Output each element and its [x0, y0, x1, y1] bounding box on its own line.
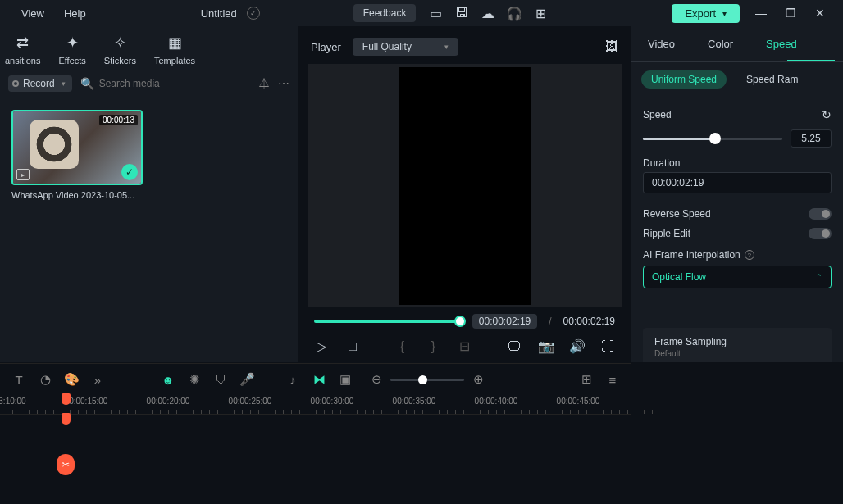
tab-label: Stickers: [104, 56, 136, 66]
display-icon[interactable]: 🖵: [507, 339, 522, 354]
feedback-button[interactable]: Feedback: [353, 4, 417, 22]
chevron-up-icon: ⌃: [816, 273, 822, 281]
chevron-down-icon: ▾: [444, 43, 449, 51]
settings-icon[interactable]: ≡: [605, 373, 620, 387]
tab-effects[interactable]: ✦ Effects: [58, 33, 85, 66]
shield-icon[interactable]: ⛉: [213, 373, 228, 387]
speed-value[interactable]: 5.25: [791, 129, 832, 148]
preview-frame: [399, 67, 531, 305]
preview-label: Player: [311, 41, 341, 53]
menu-help[interactable]: Help: [64, 7, 86, 20]
mark-out-icon[interactable]: }: [426, 339, 441, 354]
timeline-ruler[interactable]: 3:10:0000:00:15:0000:00:20:0000:00:25:00…: [0, 395, 631, 415]
stop-icon[interactable]: □: [345, 339, 360, 354]
scrub-slider[interactable]: [314, 320, 461, 323]
preview-panel: Player Full Quality ▾ 🖼 00:00:02:19 / 00…: [301, 26, 628, 362]
maximize-button[interactable]: ❐: [782, 5, 799, 21]
close-button[interactable]: ✕: [812, 5, 828, 21]
interp-label: AI Frame Interpolation: [643, 249, 740, 261]
media-duration: 00:00:13: [99, 115, 138, 125]
search-icon: 🔍: [80, 77, 94, 90]
help-icon[interactable]: ?: [745, 250, 754, 260]
tab-label: Effects: [58, 56, 85, 66]
menu-view[interactable]: View: [21, 7, 44, 20]
media-added-icon: ✓: [121, 164, 138, 180]
reverse-speed-toggle[interactable]: [809, 208, 832, 220]
snapshot-icon[interactable]: 🖼: [605, 39, 618, 54]
transitions-icon: ⇄: [13, 33, 33, 52]
export-button[interactable]: Export ▾: [672, 4, 740, 23]
duration-input[interactable]: 00:00:02:19: [643, 172, 832, 193]
text-tool-icon[interactable]: T: [11, 373, 26, 387]
headphones-icon[interactable]: 🎧: [508, 7, 521, 20]
sparkle-icon[interactable]: ✺: [187, 372, 202, 387]
speed-slider[interactable]: [643, 138, 782, 140]
preview-canvas[interactable]: [308, 64, 622, 307]
record-button[interactable]: Record ▾: [8, 75, 72, 92]
save-icon[interactable]: 🖫: [455, 7, 468, 20]
more-icon[interactable]: ⋯: [278, 77, 289, 90]
search-input[interactable]: [99, 78, 250, 89]
media-thumbnail[interactable]: 00:00:13 ▸ ✓: [11, 110, 143, 185]
more-tools-icon[interactable]: »: [90, 373, 105, 387]
sync-status-icon: ✓: [247, 7, 260, 20]
record-icon: [12, 80, 19, 87]
magnet-icon[interactable]: ⧓: [312, 372, 326, 387]
mic-icon[interactable]: 🎤: [239, 372, 254, 387]
zoom-in-icon[interactable]: ⊕: [471, 372, 485, 387]
zoom-out-icon[interactable]: ⊖: [369, 372, 384, 387]
volume-icon[interactable]: 🔊: [569, 338, 584, 354]
top-bar: View Help Untitled ✓ Feedback ▭ 🖫 ☁ 🎧 ⊞ …: [0, 0, 843, 26]
media-library-panel: ⇄ ansitions ✦ Effects ✧ Stickers ▦ Templ…: [0, 26, 298, 362]
interp-dropdown-list: Frame Sampling Default Frame Blending Fa…: [643, 328, 832, 362]
interp-dropdown[interactable]: Optical Flow ⌃: [643, 266, 832, 288]
tab-video[interactable]: Video: [631, 26, 691, 61]
tab-transitions[interactable]: ⇄ ansitions: [5, 33, 40, 66]
timeline-panel: T ◔ 🎨 » ☻ ✺ ⛉ 🎤 ♪ ⧓ ▣ ⊖ ⊕ ⊞ ≡ 3:10:0000:…: [0, 363, 631, 504]
grid-view-icon[interactable]: ⊞: [579, 372, 594, 387]
scrub-handle[interactable]: [454, 316, 466, 327]
tab-templates[interactable]: ▦ Templates: [154, 33, 195, 66]
media-type-icon: ▸: [16, 169, 30, 180]
document-title: Untitled: [201, 7, 237, 20]
qr-icon[interactable]: ⊞: [534, 7, 547, 20]
menu-bar: View Help: [7, 7, 86, 20]
reset-icon[interactable]: ↻: [822, 108, 832, 121]
music-icon[interactable]: ♪: [285, 373, 300, 387]
tab-stickers[interactable]: ✧ Stickers: [104, 33, 136, 66]
export-label: Export: [685, 7, 716, 20]
ai-icon[interactable]: ☻: [161, 373, 175, 387]
time-separator: /: [549, 316, 551, 327]
palette-icon[interactable]: 🎨: [64, 372, 79, 387]
timer-icon[interactable]: ◔: [38, 372, 52, 387]
subtab-speed-ramp[interactable]: Speed Ram: [736, 70, 808, 89]
time-total: 00:00:02:19: [563, 316, 615, 327]
cloud-icon[interactable]: ☁: [481, 7, 494, 20]
filter-icon[interactable]: ⏃: [258, 77, 270, 90]
subtab-uniform-speed[interactable]: Uniform Speed: [641, 70, 727, 89]
cut-marker[interactable]: ✂: [57, 454, 75, 475]
tab-color[interactable]: Color: [691, 26, 750, 61]
timeline-tracks[interactable]: ✂: [0, 415, 631, 497]
zoom-slider[interactable]: [390, 379, 464, 381]
properties-panel: Video Color Speed Uniform Speed Speed Ra…: [631, 26, 843, 362]
minimize-button[interactable]: —: [753, 5, 769, 21]
effects-icon: ✦: [62, 33, 82, 52]
record-label: Record: [23, 78, 55, 89]
crop-icon[interactable]: ▣: [338, 372, 353, 387]
mark-in-icon[interactable]: {: [395, 339, 410, 354]
speed-label: Speed: [643, 109, 672, 120]
option-frame-sampling[interactable]: Frame Sampling Default: [643, 328, 832, 362]
tab-speed[interactable]: Speed: [750, 26, 813, 61]
camera-icon[interactable]: 📷: [538, 338, 553, 354]
ratio-icon[interactable]: ⊟: [458, 338, 472, 354]
media-item[interactable]: 00:00:13 ▸ ✓ WhatsApp Video 2023-10-05..…: [11, 110, 143, 200]
fullscreen-icon[interactable]: ⛶: [600, 339, 615, 354]
duration-label: Duration: [643, 157, 680, 169]
ripple-edit-toggle[interactable]: [809, 228, 832, 239]
quality-select[interactable]: Full Quality ▾: [353, 38, 458, 56]
stickers-icon: ✧: [110, 33, 130, 52]
play-icon[interactable]: ▷: [314, 338, 329, 354]
slider-thumb[interactable]: [709, 133, 721, 144]
device-icon[interactable]: ▭: [429, 7, 442, 20]
